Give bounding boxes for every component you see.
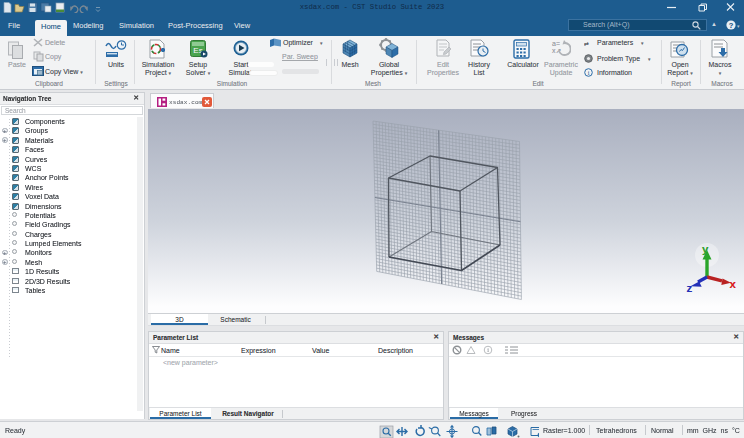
svg-text:?: ? [729, 21, 734, 30]
svg-text:i: i [487, 347, 489, 353]
svg-text:a=: a= [552, 40, 560, 47]
svg-text:i: i [588, 70, 590, 76]
svg-text:⇄: ⇄ [584, 41, 589, 47]
svg-text:y: y [702, 243, 709, 255]
svg-text:z: z [687, 282, 693, 294]
svg-text:x: x [730, 278, 737, 290]
